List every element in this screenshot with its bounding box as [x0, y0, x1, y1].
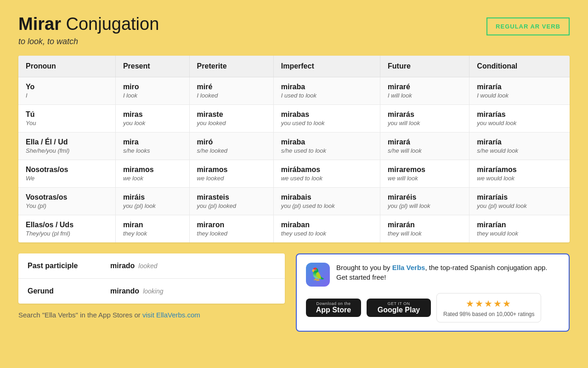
app-store-button[interactable]: Download on the App Store [306, 299, 361, 317]
verb-conjugation: miran [123, 221, 182, 229]
verb-translation: we used to look [281, 175, 373, 182]
ella-verbs-link[interactable]: visit EllaVerbs.com [142, 311, 200, 319]
verb-type-badge[interactable]: REGULAR AR VERB [486, 17, 570, 35]
table-body: YoImiroI lookmiréI lookedmirabaI used to… [18, 77, 570, 242]
verb-translation: you (pl) looked [197, 202, 266, 209]
verb-translation: you used to look [281, 120, 373, 126]
table-row: Nosotras/osWemiramoswe lookmiramoswe loo… [18, 160, 570, 187]
verb-conjugation: mirasteis [197, 193, 266, 201]
verb-translation: you will look [388, 120, 462, 126]
ad-description: Brought to you by Ella Verbs, the top-ra… [336, 263, 560, 282]
pronoun-main: Ella / Él / Ud [26, 138, 108, 146]
verb-translation: they used to look [281, 230, 373, 237]
table-header: PronounPresentPreteriteImperfectFutureCo… [18, 56, 570, 77]
verb-translation: I look [123, 92, 182, 99]
verb-translation: I will look [388, 92, 462, 99]
verb-cell: miranthey look [115, 215, 189, 242]
participle-translation: looked [138, 262, 157, 270]
ad-icon: 🦜 [306, 263, 330, 287]
participle-section: Past participlemiradolookedGerundmirando… [18, 253, 285, 319]
verb-conjugation: miré [197, 83, 266, 91]
table-row: Ellas/os / UdsThey/you (pl fml)miranthey… [18, 215, 570, 242]
verb-cell: miraremoswe will look [380, 160, 469, 187]
ella-verbs-brand-link[interactable]: Ella Verbs [392, 264, 425, 271]
pronoun-cell: Nosotras/osWe [18, 160, 115, 187]
verb-conjugation: mirarían [477, 221, 562, 229]
verb-conjugation: miraríais [477, 193, 562, 201]
ad-top: 🦜 Brought to you by Ella Verbs, the top-… [306, 263, 560, 287]
google-play-name: Google Play [378, 306, 420, 314]
verb-translation: they would look [477, 230, 562, 237]
pronoun-cell: Ella / Él / UdShe/he/you (fml) [18, 132, 115, 160]
verb-translation: you (pl) would look [477, 202, 562, 209]
rating-text: Rated 98% based on 10,000+ ratings [443, 311, 534, 317]
pronoun-cell: TúYou [18, 104, 115, 132]
verb-translation: they look [123, 230, 182, 237]
verb-conjugation: miraron [197, 221, 266, 229]
verb-conjugation: miraréis [388, 193, 462, 201]
verb-conjugation: mirábamos [281, 166, 373, 174]
verb-conjugation: miraría [477, 138, 562, 146]
participle-row: Gerundmirandolooking [18, 279, 285, 304]
verb-cell: mirabaI used to look [273, 77, 380, 104]
ad-banner: 🦜 Brought to you by Ella Verbs, the top-… [296, 253, 570, 332]
verb-translation: we look [123, 175, 182, 182]
bottom-section: Past participlemiradolookedGerundmirando… [18, 253, 570, 332]
verb-conjugation: miráis [123, 193, 182, 201]
col-header-future: Future [380, 56, 469, 77]
verb-conjugation: mirabas [281, 110, 373, 119]
title-rest: Conjugation [61, 14, 159, 34]
google-play-label: GET IT ON [387, 301, 410, 306]
verb-translation: you look [123, 120, 182, 126]
verb-cell: mirabaisyou (pl) used to look [273, 187, 380, 215]
col-header-present: Present [115, 56, 189, 77]
pronoun-main: Nosotras/os [26, 166, 108, 174]
verb-conjugation: mirarán [388, 221, 462, 229]
col-header-pronoun: Pronoun [18, 56, 115, 77]
verb-cell: mirós/he looked [189, 132, 273, 160]
verb-cell: miraréI will look [380, 77, 469, 104]
verb-translation: I used to look [281, 92, 373, 99]
pronoun-main: Yo [26, 83, 108, 91]
table-row: Vosotras/osYou (pl)miráisyou (pl) lookmi… [18, 187, 570, 215]
verb-conjugation: miraría [477, 83, 562, 91]
verb-conjugation: miró [197, 138, 266, 146]
verb-cell: mirábamoswe used to look [273, 160, 380, 187]
verb-translation: you would look [477, 120, 562, 126]
participle-translation: looking [143, 288, 163, 295]
verb-translation: s/he looked [197, 147, 266, 154]
verb-cell: mirabanthey used to look [273, 215, 380, 242]
verb-cell: mirasyou look [115, 104, 189, 132]
verb-translation: to look, to watch [18, 37, 159, 46]
verb-cell: miras/he looks [115, 132, 189, 160]
pronoun-sub: You [26, 120, 108, 126]
col-header-imperfect: Imperfect [273, 56, 380, 77]
verb-conjugation: miraba [281, 83, 373, 91]
pronoun-main: Tú [26, 110, 108, 119]
participle-label: Past participle [28, 262, 110, 270]
verb-cell: miramoswe looked [189, 160, 273, 187]
table-row: YoImiroI lookmiréI lookedmirabaI used to… [18, 77, 570, 104]
verb-translation: s/he would look [477, 147, 562, 154]
verb-translation: we would look [477, 175, 562, 182]
pronoun-main: Vosotras/os [26, 193, 108, 201]
verb-cell: miraríaI would look [469, 77, 570, 104]
search-text: Search "Ella Verbs" in the App Stores or… [18, 311, 285, 319]
verb-cell: mirarías/he would look [469, 132, 570, 160]
verb-cell: miraréisyou (pl) will look [380, 187, 469, 215]
pronoun-cell: Ellas/os / UdsThey/you (pl fml) [18, 215, 115, 242]
ad-buttons: Download on the App Store GET IT ON Goog… [306, 293, 560, 322]
pronoun-sub: You (pl) [26, 202, 108, 209]
verb-cell: mirasteisyou (pl) looked [189, 187, 273, 215]
pronoun-main: Ellas/os / Uds [26, 221, 108, 229]
verb-translation: s/he used to look [281, 147, 373, 154]
ratings-box: ★★★★★ Rated 98% based on 10,000+ ratings [436, 293, 541, 322]
google-play-button[interactable]: GET IT ON Google Play [367, 299, 431, 317]
verb-conjugation: miramos [123, 166, 182, 174]
participle-verb: mirando [110, 287, 139, 295]
participle-table: Past participlemiradolookedGerundmirando… [18, 253, 285, 304]
verb-conjugation: miraba [281, 138, 373, 146]
participle-verb: mirado [110, 262, 135, 270]
verb-cell: miroI look [115, 77, 189, 104]
verb-cell: miraríaisyou (pl) would look [469, 187, 570, 215]
